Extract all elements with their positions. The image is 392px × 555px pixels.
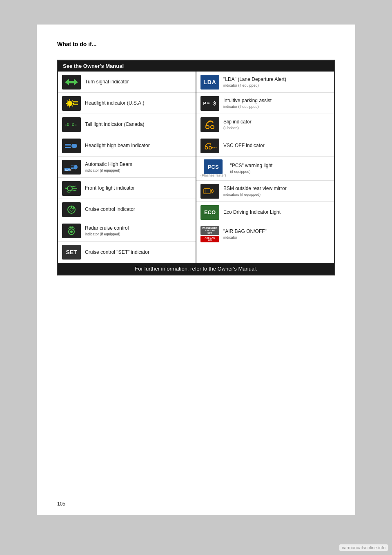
indicator-label: Tail light indicator (Canada)	[85, 121, 144, 128]
watermark: carmanualsonline.info	[339, 544, 388, 551]
tail-canada-icon: ≡D O≡	[62, 117, 81, 132]
table-body: Turn signal indicator	[58, 72, 334, 263]
table-row: Cruise control indicator	[58, 199, 196, 220]
svg-rect-16	[71, 144, 77, 148]
table-row: Turn signal indicator	[58, 72, 196, 93]
indicator-label: "LDA" (Lane Departure Alert)indicator (i…	[223, 76, 286, 88]
table-row: PASSENGERAIR BAGOFF AIR BAGON "AIR BAG O…	[196, 223, 334, 245]
headlight-usa-icon	[62, 96, 81, 111]
svg-text:AUTO: AUTO	[65, 168, 71, 171]
svg-marker-1	[71, 79, 78, 85]
svg-line-9	[67, 105, 68, 106]
svg-line-8	[72, 105, 73, 106]
svg-text:≡D: ≡D	[65, 123, 69, 127]
indicator-label: "PCS" warning light(if equipped)	[230, 162, 273, 174]
indicator-label: Automatic High Beamindicator (if equippe…	[85, 161, 132, 173]
page-number: 105	[57, 501, 65, 507]
svg-point-42	[211, 125, 214, 129]
fog-light-icon	[62, 181, 81, 196]
table-footer: For further information, refer to the Ow…	[58, 263, 334, 275]
auto-high-beam-icon: AUTO	[62, 160, 81, 175]
indicator-label: Headlight high beam indicator	[85, 142, 150, 149]
page-title: What to do if...	[57, 41, 335, 47]
indicator-label: Cruise control "SET" indicator	[85, 249, 149, 256]
svg-marker-0	[65, 79, 71, 85]
pcs-icon: PCS	[204, 159, 223, 174]
eco-icon: ECO	[200, 205, 219, 220]
indicator-label: Radar cruise controlindicator (if equipp…	[85, 225, 129, 237]
table-row: AUTO Automatic High Beamindicator (if eq…	[58, 157, 196, 178]
page: What to do if... See the Owner's Manual …	[37, 25, 355, 515]
svg-point-33	[70, 208, 73, 211]
table-row: BSM outside rear view mirrorindicators (…	[196, 181, 334, 202]
svg-text:O≡: O≡	[72, 123, 77, 127]
table-row: Headlight high beam indicator	[58, 135, 196, 157]
lda-icon: LDA	[200, 75, 219, 90]
high-beam-icon	[62, 139, 81, 153]
set-icon: SET	[62, 245, 81, 260]
table-row: LDA "LDA" (Lane Departure Alert)indicato…	[196, 72, 334, 93]
radar-cruise-icon	[62, 224, 81, 238]
indicator-label: Slip indicator(Flashes)	[223, 119, 252, 130]
svg-point-2	[67, 101, 72, 106]
table-header: See the Owner's Manual	[58, 60, 334, 72]
svg-rect-46	[204, 188, 210, 194]
airbag-on-badge: AIR BAGON	[200, 236, 219, 242]
airbag-passenger-badge: PASSENGERAIR BAGOFF	[200, 226, 219, 235]
cruise-control-icon	[62, 202, 81, 217]
svg-text:))): )))	[207, 101, 209, 104]
indicator-label: Cruise control indicator	[85, 206, 135, 213]
slip-indicator-icon	[200, 117, 219, 132]
table-row: Front fog light indicator	[58, 178, 196, 199]
table-row: Slip indicator(Flashes)	[196, 114, 334, 135]
parking-assist-icon: P )))	[200, 96, 219, 111]
table-row: ECO Eco Driving Indicator Light	[196, 202, 334, 223]
indicator-label: Turn signal indicator	[85, 78, 129, 85]
table-row: OFF VSC OFF indicator	[196, 135, 334, 157]
svg-line-10	[72, 101, 73, 101]
col-right: LDA "LDA" (Lane Departure Alert)indicato…	[196, 72, 334, 263]
indicator-label: Eco Driving Indicator Light	[223, 209, 281, 216]
indicator-label: VSC OFF indicator	[223, 142, 265, 149]
table-row: Radar cruise controlindicator (if equipp…	[58, 220, 196, 242]
svg-text:OFF: OFF	[212, 146, 217, 149]
indicator-label: Front fog light indicator	[85, 185, 135, 192]
svg-point-44	[209, 146, 212, 149]
col-left: Turn signal indicator	[58, 72, 196, 263]
table-row: Headlight indicator (U.S.A.)	[58, 93, 196, 114]
indicator-table: See the Owner's Manual Turn signal indic…	[57, 60, 335, 275]
vsc-off-icon: OFF	[200, 139, 219, 153]
svg-point-26	[67, 186, 72, 191]
table-row: PCS (Flashes faster) "PCS" warning light…	[196, 157, 334, 181]
indicator-label: Intuitive parking assistindicator (if eq…	[223, 97, 272, 109]
svg-point-38	[70, 231, 73, 233]
svg-line-7	[67, 101, 68, 101]
indicator-label: "AIR BAG ON/OFF"indicator	[223, 228, 267, 240]
svg-rect-25	[74, 165, 77, 169]
svg-line-27	[72, 186, 76, 187]
table-row: ≡D O≡ Tail light indicator (Canada)	[58, 114, 196, 135]
table-row: SET Cruise control "SET" indicator	[58, 242, 196, 263]
svg-line-29	[72, 190, 76, 191]
svg-text:P: P	[203, 101, 206, 105]
turn-signal-icon	[62, 75, 81, 90]
indicator-label: Headlight indicator (U.S.A.)	[85, 100, 144, 107]
table-row: P ))) Intuitive parking assistindicator …	[196, 93, 334, 114]
bsm-icon	[200, 184, 219, 199]
indicator-label: BSM outside rear view mirrorindicators (…	[223, 185, 287, 197]
